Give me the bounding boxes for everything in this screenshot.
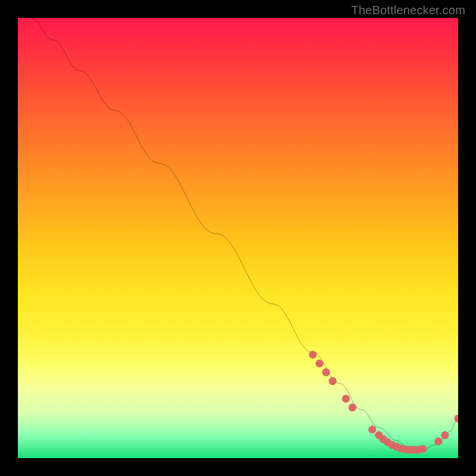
data-point-marker	[309, 350, 317, 358]
curve-layer	[18, 18, 458, 458]
data-point-marker	[349, 403, 356, 411]
plot-area	[18, 18, 458, 458]
bottleneck-curve	[31, 18, 458, 449]
data-point-markers	[309, 350, 458, 453]
data-point-marker	[434, 437, 442, 445]
data-point-marker	[315, 359, 323, 367]
data-point-marker	[322, 368, 330, 376]
chart-stage: TheBottlenecker.com	[0, 0, 476, 476]
data-point-marker	[342, 394, 350, 402]
data-point-marker	[328, 377, 336, 385]
data-point-marker	[368, 425, 376, 433]
data-point-marker	[441, 431, 449, 439]
data-point-marker	[419, 445, 427, 453]
attribution-text: TheBottlenecker.com	[351, 4, 465, 17]
data-point-marker	[454, 415, 458, 422]
